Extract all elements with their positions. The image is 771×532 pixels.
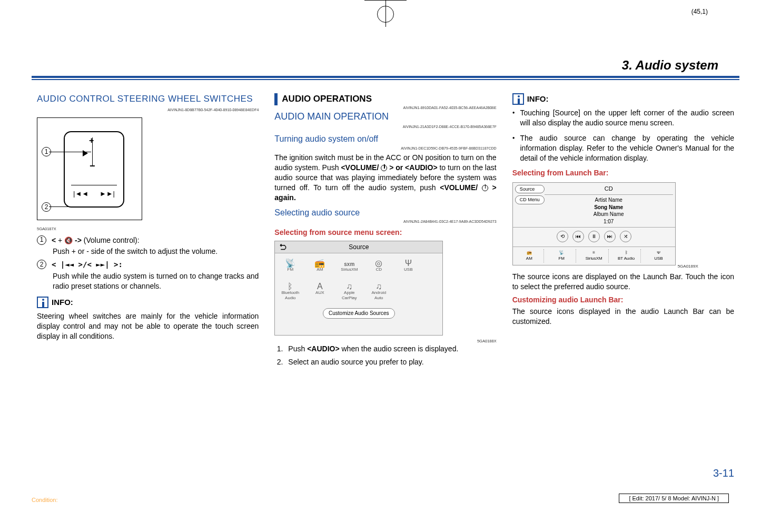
three-columns: AUDIO CONTROL STEERING WHEEL SWITCHES AI… (32, 93, 739, 370)
registration-mark-top (364, 0, 407, 26)
list-item-1: 1 < + 🔇 -> (Volume control): (37, 235, 259, 245)
lb-sxm-label: SiriusXM (586, 256, 602, 261)
column-2: AUDIO OPERATIONS AIVINJN1-8910DA01-FA52-… (274, 93, 496, 370)
bt-label: Bluetooth Audio (281, 290, 299, 301)
launch-bar-sub: Selecting from Launch Bar: (512, 168, 734, 178)
disc-icon: ◎ (370, 258, 388, 267)
source-android: ♫Android Auto (370, 281, 388, 302)
switch-divider-h (71, 185, 117, 185)
volume-bold-1: <VOLUME/ (341, 163, 379, 172)
steering-diagram: 1 2 + − |◄◄ ►►| (37, 117, 142, 220)
bluetooth-icon: ᛒ (625, 250, 628, 255)
play-triangle-icon (83, 150, 88, 156)
apple-label: Apple CarPlay (342, 290, 357, 301)
lb-bt-label: BT Audio (618, 256, 635, 261)
info-body-1: Steering wheel switches are mainly for t… (37, 311, 259, 341)
repeat-icon: ⟲ (557, 231, 568, 242)
source-apple: ♫Apple CarPlay (340, 281, 358, 302)
antenna-icon: 📻 (311, 258, 329, 267)
item1-body: Push + or - side of the switch to adjust… (53, 247, 259, 257)
bluetooth-icon: ᛒ (281, 281, 299, 290)
cd-song: Song Name (545, 204, 673, 211)
next-track-icon: ►►| (100, 189, 115, 199)
customize-sources-button: Customize Audio Sources (323, 308, 395, 319)
cd-side-buttons: Source CD Menu (515, 185, 545, 225)
power-icon (482, 185, 488, 191)
cd-top-area: Source CD Menu CD Artist Name Song Name … (513, 183, 675, 228)
page-number: 3-11 (713, 467, 734, 479)
shuffle-icon: ⤨ (620, 231, 631, 242)
column-1: AUDIO CONTROL STEERING WHEEL SWITCHES AI… (37, 93, 259, 370)
footer-edit-info: [ Edit: 2017/ 5/ 8 Model: AIVINJ-N ] (619, 494, 729, 503)
antenna-icon: 📡 (559, 250, 564, 255)
customize-body: The source icons displayed in the audio … (512, 307, 734, 327)
turn-body: The ignition switch must be in the ACC o… (274, 153, 496, 202)
list-item-2-label: < |◄◄ >/< ►►| >: (52, 260, 259, 270)
source-button: Source (515, 185, 545, 193)
usb-label: USB (404, 267, 412, 272)
lb-fm-label: FM (558, 256, 565, 261)
sxm-label: SiriusXM (341, 267, 358, 272)
item2-label: < |◄◄ >/< ►►| >: (52, 260, 123, 269)
cd-screen-id: 5GA0189X (678, 264, 698, 270)
source-am: 📻AM (311, 258, 329, 273)
lb-usb: ΨUSB (644, 249, 673, 263)
cd-artist: Artist Name (545, 196, 673, 204)
source-bt: ᛒBluetooth Audio (281, 281, 299, 302)
sxm-icon: ≡ (592, 250, 595, 255)
source-screen-id: 5GA0188X (274, 339, 496, 344)
coord-ref: (45,1) (691, 8, 708, 15)
aux-label: AUX (315, 290, 324, 295)
item2-body: Push while the audio system is turned on… (53, 271, 259, 291)
lb-am-label: AM (526, 256, 532, 261)
plus-icon: + (89, 135, 94, 146)
usb-icon: Ψ (399, 258, 417, 267)
diagram-marker-2: 2 (42, 202, 51, 212)
bullet-2: The audio source can change by operating… (512, 133, 734, 163)
step1-c: when the audio screen is displayed. (340, 344, 459, 353)
selecting-heading: Selecting audio source (274, 207, 496, 219)
source-title: Source (349, 243, 369, 251)
list-item-1-body: < + 🔇 -> (Volume control): (52, 235, 259, 245)
page-header: 3. Audio system (32, 58, 739, 73)
info-icon (512, 93, 524, 105)
source-icon-grid: 📡FM 📻AM sxmSiriusXM ◎CD ΨUSB ᛒBluetooth … (275, 253, 442, 306)
lb-fm: 📡FM (547, 249, 576, 263)
cd-time: 1:07 (545, 218, 673, 225)
step1-b: <AUDIO> (307, 344, 339, 353)
diagram-id: 5GA0187X (37, 226, 259, 232)
am-label: AM (317, 267, 323, 272)
back-icon: ⮌ (279, 242, 286, 252)
column-3: INFO: Touching [Source] on the upper lef… (512, 93, 734, 370)
main-code: AIVINJN1-21A3D1F2-D88E-4CCE-B170-B9485A3… (274, 124, 496, 129)
footer-condition: Condition: (32, 497, 58, 503)
speaker-icon: 🔇 (64, 236, 73, 245)
item1-suffix: -> (73, 236, 84, 244)
list-item-2: 2 < |◄◄ >/< ►►| >: (37, 260, 259, 270)
info-label: INFO: (52, 297, 73, 308)
audio-bold: <AUDIO> (405, 163, 437, 172)
bullet-1: Touching [Source] on the upper left corn… (512, 108, 734, 128)
source-sxm: sxmSiriusXM (340, 258, 358, 273)
antenna-icon: 📡 (281, 258, 299, 267)
cd-menu-button: CD Menu (515, 195, 545, 204)
pause-icon: ⏸ (588, 231, 600, 242)
circled-1: 1 (37, 235, 46, 245)
circled-2: 2 (37, 260, 46, 269)
source-toolbar: ⮌ Source (275, 241, 442, 253)
info-label-2: INFO: (527, 94, 549, 104)
sel-from-menu: Selecting from source menu screen: (274, 228, 496, 238)
usb-icon: Ψ (657, 250, 660, 255)
info-box-2: INFO: (512, 93, 734, 105)
android-label: Android Auto (372, 290, 387, 301)
header-rule-thick (32, 76, 739, 78)
step-2: Select an audio source you prefer to pla… (285, 357, 496, 367)
sel-code: AIVINJN1-2A84B441-03C2-4E17-9A89-AC3DD54… (274, 219, 496, 224)
cd-label: CD (376, 267, 382, 272)
info-bullet-list: Touching [Source] on the upper left corn… (512, 108, 734, 163)
power-icon (381, 165, 387, 171)
bullet-1-text: Touching [Source] on the upper left corn… (520, 108, 734, 128)
sxm-icon: sxm (340, 258, 358, 267)
steering-code: AIVINJN1-8D8B77B0-542F-4040-8910-08948E8… (37, 107, 259, 112)
item1-desc: (Volume control): (84, 236, 140, 244)
